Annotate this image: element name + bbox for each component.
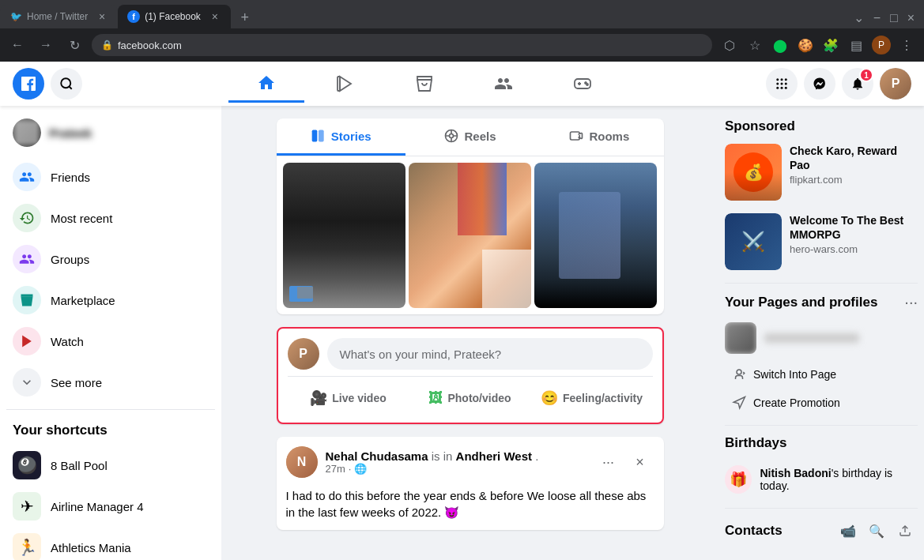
sidebar-profile-name: Prateek: [49, 126, 92, 140]
browser-tabs: 🐦 Home / Twitter × f (1) Facebook × + ⌄ …: [0, 0, 924, 28]
cookie-icon[interactable]: 🍪: [794, 34, 817, 56]
page-name-blurred: [764, 333, 918, 343]
sidebar-item-most-recent[interactable]: Most recent: [6, 197, 215, 239]
watch-icon: [13, 327, 41, 355]
switch-icon: [731, 366, 747, 382]
story-2[interactable]: [409, 163, 531, 308]
extension-icon[interactable]: ⬤: [769, 34, 791, 56]
create-promotion-button[interactable]: Create Promotion: [725, 390, 918, 415]
story-3[interactable]: [534, 163, 657, 308]
tab-close-twitter[interactable]: ×: [96, 10, 108, 23]
birthday-name: Nitish Badoni: [760, 467, 831, 479]
switch-into-page-button[interactable]: Switch Into Page: [725, 362, 918, 387]
browser-tab-twitter[interactable]: 🐦 Home / Twitter ×: [0, 5, 118, 28]
post-options-button[interactable]: ···: [594, 448, 623, 476]
groups-icon: [13, 245, 41, 273]
post-card-1: N Nehal Chudasama is in Andheri West . 2…: [277, 437, 664, 530]
extensions-btn[interactable]: 🧩: [820, 34, 842, 56]
profile-icon[interactable]: P: [870, 34, 892, 56]
nav-home[interactable]: [228, 65, 304, 103]
svg-point-13: [781, 87, 783, 89]
tab-reels[interactable]: Reels: [405, 118, 534, 156]
shortcut1-icon: 🎱: [13, 451, 41, 479]
post-input[interactable]: What's on your mind, Prateek?: [327, 338, 653, 370]
search-button[interactable]: [51, 68, 82, 100]
sidebar-item-shortcut2[interactable]: ✈ Airline Manager 4: [6, 486, 215, 527]
close-button[interactable]: ×: [904, 8, 918, 28]
page-actions: Switch Into Page Create Promotion: [725, 362, 918, 415]
sidebar-item-groups[interactable]: Groups: [6, 239, 215, 280]
post-actions: 🎥 Live video 🖼 Photo/video 😊 Feeling/act…: [288, 376, 653, 413]
left-sidebar: Prateek Friends Most recent Groups: [0, 106, 221, 560]
lock-icon: 🔒: [101, 39, 113, 51]
marketplace-icon: [13, 286, 41, 314]
sponsored-item-1[interactable]: 💰 Check Karo, Reward Pao flipkart.com: [725, 144, 918, 201]
nav-gaming[interactable]: [545, 65, 620, 103]
new-tab-button[interactable]: +: [234, 6, 256, 28]
sponsored-item-2[interactable]: ⚔️ Welcome To The Best MMORPG hero-wars.…: [725, 213, 918, 270]
post-close-button[interactable]: ×: [626, 448, 654, 476]
tab-menu-icon[interactable]: ⌄: [850, 7, 867, 28]
toolbar-actions: ⬡ ☆ ⬤ 🍪 🧩 ▤ P ⋮: [718, 34, 918, 56]
nav-watch[interactable]: [307, 65, 383, 103]
sidebar-item-shortcut1[interactable]: 🎱 8 Ball Pool: [6, 445, 215, 486]
menu-icon[interactable]: ⋮: [896, 34, 918, 56]
tab-rooms-label: Rooms: [589, 130, 629, 143]
nav-groups[interactable]: [466, 65, 541, 103]
sponsored-text-2: Welcome To The Best MMORPG hero-wars.com: [790, 213, 918, 255]
feeling-button[interactable]: 😊 Feeling/activity: [531, 383, 653, 413]
tab-rooms[interactable]: Rooms: [534, 118, 663, 156]
svg-point-24: [737, 370, 741, 374]
share-icon[interactable]: [892, 518, 918, 543]
messenger-button[interactable]: [804, 68, 835, 100]
sidebar-item-shortcut3[interactable]: 🏃 Athletics Mania: [6, 527, 215, 560]
cast-icon[interactable]: ⬡: [718, 34, 741, 56]
refresh-button[interactable]: ↻: [63, 34, 85, 56]
browser-tab-facebook[interactable]: f (1) Facebook ×: [118, 5, 231, 28]
back-button[interactable]: ←: [6, 34, 28, 56]
facebook-logo[interactable]: [13, 68, 44, 100]
center-feed: Stories Reels Rooms: [221, 106, 718, 560]
tab-stories[interactable]: Stories: [277, 118, 405, 156]
post-meta: 27m · 🌐: [326, 463, 586, 475]
minimize-button[interactable]: −: [870, 8, 884, 28]
story-1[interactable]: [283, 163, 405, 308]
top-navigation: 1 P: [0, 62, 924, 106]
apps-menu-button[interactable]: [766, 68, 798, 100]
shortcut3-icon: 🏃: [13, 533, 41, 560]
new-video-call-button[interactable]: 📹: [835, 518, 861, 543]
sidebar-toggle[interactable]: ▤: [845, 34, 867, 56]
facebook-app: 1 P Prateek Friends: [0, 62, 924, 560]
shortcut3-label: Athletics Mania: [51, 541, 131, 554]
svg-point-11: [785, 83, 787, 85]
maximize-button[interactable]: □: [887, 8, 901, 28]
profile-avatar-button[interactable]: P: [880, 68, 911, 100]
notifications-button[interactable]: 1: [842, 68, 873, 100]
live-video-icon: 🎥: [310, 389, 327, 407]
svg-rect-2: [338, 77, 340, 91]
post-box: P What's on your mind, Prateek? 🎥 Live v…: [277, 327, 664, 424]
sidebar-item-see-more[interactable]: See more: [6, 362, 215, 403]
svg-point-6: [776, 78, 779, 81]
page-avatar-1: [725, 322, 756, 354]
forward-button[interactable]: →: [35, 34, 57, 56]
bookmark-icon[interactable]: ☆: [744, 34, 766, 56]
svg-point-14: [785, 87, 787, 89]
see-more-icon: [13, 368, 41, 397]
sidebar-profile[interactable]: Prateek: [6, 112, 215, 153]
sidebar-item-watch[interactable]: Watch: [6, 321, 215, 362]
sidebar-label-friends: Friends: [51, 171, 90, 184]
right-divider-3: [725, 508, 918, 509]
twitter-favicon: 🐦: [9, 10, 22, 23]
address-bar[interactable]: 🔒 facebook.com: [92, 34, 712, 56]
nav-center: [82, 65, 766, 103]
tab-close-facebook[interactable]: ×: [209, 10, 221, 23]
search-contacts-button[interactable]: 🔍: [864, 518, 889, 543]
nav-marketplace[interactable]: [387, 65, 462, 103]
photo-video-button[interactable]: 🖼 Photo/video: [409, 383, 531, 413]
pages-more-button[interactable]: ···: [904, 293, 918, 311]
live-video-button[interactable]: 🎥 Live video: [288, 383, 409, 413]
sidebar-item-marketplace[interactable]: Marketplace: [6, 280, 215, 321]
tab-stories-label: Stories: [331, 130, 371, 143]
sidebar-item-friends[interactable]: Friends: [6, 156, 215, 197]
